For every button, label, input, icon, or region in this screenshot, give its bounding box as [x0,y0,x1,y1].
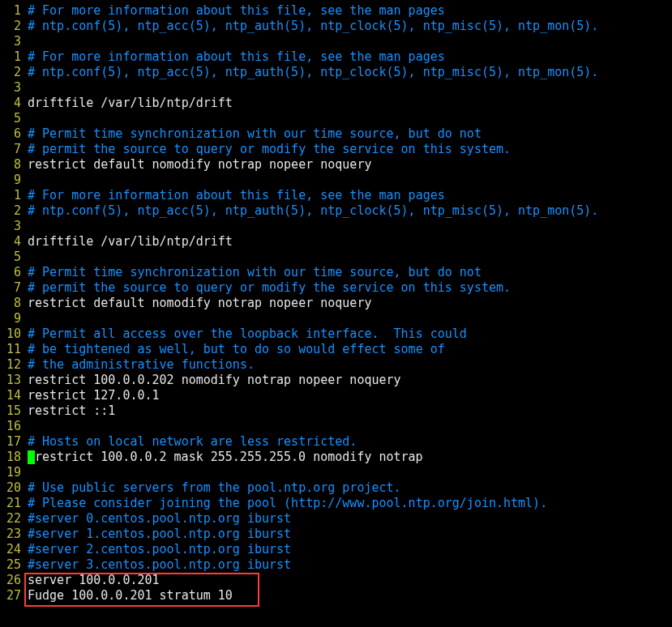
code-content[interactable] [28,250,672,265]
code-content[interactable] [28,311,672,326]
code-line[interactable]: 7# permit the source to query or modify … [0,280,672,296]
code-line[interactable]: 8restrict default nomodify notrap nopeer… [0,157,672,173]
code-line[interactable]: 5 [0,250,672,265]
line-number: 11 [0,342,23,357]
comment-text: # ntp.conf(5), ntp_acc(5), ntp_auth(5), … [28,203,598,218]
code-content[interactable]: # permit the source to query or modify t… [28,142,672,157]
code-content[interactable]: # the administrative functions. [28,357,672,373]
line-number: 5 [0,250,23,265]
code-line[interactable]: 22#server 0.centos.pool.ntp.org iburst [0,511,672,527]
code-line[interactable]: 1# For more information about this file,… [0,188,672,203]
code-content[interactable] [28,111,672,126]
line-number: 25 [0,557,23,573]
code-line[interactable]: 7# permit the source to query or modify … [0,142,672,157]
code-content[interactable]: #server 1.centos.pool.ntp.org iburst [28,527,672,542]
code-line[interactable]: 3 [0,219,672,234]
code-content[interactable]: # Please consider joining the pool (http… [28,496,672,511]
code-line[interactable]: 2# ntp.conf(5), ntp_acc(5), ntp_auth(5),… [0,65,672,80]
code-line[interactable]: 5 [0,111,672,126]
code-line[interactable]: 15restrict ::1 [0,403,672,419]
code-line[interactable]: 6# Permit time synchronization with our … [0,265,672,280]
code-line[interactable]: 9 [0,173,672,188]
code-content[interactable]: # For more information about this file, … [28,49,672,65]
code-line[interactable]: 23#server 1.centos.pool.ntp.org iburst [0,527,672,542]
code-content[interactable]: restrict ::1 [28,403,672,419]
code-line[interactable]: 2# ntp.conf(5), ntp_acc(5), ntp_auth(5),… [0,19,672,34]
code-line[interactable]: 16 [0,419,672,434]
comment-text: # For more information about this file, … [28,188,445,203]
line-number: 9 [0,173,23,188]
code-line[interactable]: 6# Permit time synchronization with our … [0,126,672,142]
code-content[interactable]: # permit the source to query or modify t… [28,280,672,296]
code-content[interactable]: restrict default nomodify notrap nopeer … [28,296,672,311]
code-content[interactable]: # ntp.conf(5), ntp_acc(5), ntp_auth(5), … [28,203,672,219]
code-content[interactable] [28,419,672,434]
code-content[interactable]: # Permit time synchronization with our t… [28,265,672,280]
code-line[interactable]: 9 [0,311,672,326]
code-content[interactable]: driftfile /var/lib/ntp/drift [28,96,672,111]
code-content[interactable] [28,219,672,234]
code-line[interactable]: 27Fudge 100.0.0.201 stratum 10 [0,588,672,604]
code-content[interactable]: restrict 100.0.0.202 nomodify notrap nop… [28,373,672,388]
code-content[interactable]: # For more information about this file, … [28,3,672,19]
code-content[interactable]: restrict 127.0.0.1 [28,388,672,403]
code-content[interactable]: # ntp.conf(5), ntp_acc(5), ntp_auth(5), … [28,19,672,34]
code-content[interactable]: server 100.0.0.201 [28,573,672,588]
code-content[interactable]: # Permit all access over the loopback in… [28,326,672,342]
code-content[interactable]: #server 3.centos.pool.ntp.org iburst [28,557,672,573]
line-number: 23 [0,527,23,542]
code-text: restrict 100.0.0.2 mask 255.255.255.0 no… [35,450,423,464]
code-content[interactable]: # be tightened as well, but to do so wou… [28,342,672,357]
code-text: server 100.0.0.201 [28,573,160,587]
code-content[interactable]: driftfile /var/lib/ntp/drift [28,234,672,250]
code-content[interactable]: # Use public servers from the pool.ntp.o… [28,480,672,496]
code-line[interactable]: 17# Hosts on local network are less rest… [0,434,672,450]
code-content[interactable]: #server 2.centos.pool.ntp.org iburst [28,542,672,557]
comment-text: # permit the source to query or modify t… [28,280,511,295]
code-line[interactable]: 3 [0,34,672,49]
code-line[interactable]: 21# Please consider joining the pool (ht… [0,496,672,511]
code-text: driftfile /var/lib/ntp/drift [28,96,233,110]
code-content[interactable]: restrict default nomodify notrap nopeer … [28,157,672,173]
code-line[interactable]: 4driftfile /var/lib/ntp/drift [0,234,672,250]
code-content[interactable]: Fudge 100.0.0.201 stratum 10 [28,588,672,604]
editor-viewport[interactable]: 1# For more information about this file,… [0,0,672,604]
code-line[interactable]: 18restrict 100.0.0.2 mask 255.255.255.0 … [0,450,672,465]
line-number: 1 [0,49,23,65]
code-line[interactable]: 12# the administrative functions. [0,357,672,373]
code-content[interactable]: #server 0.centos.pool.ntp.org iburst [28,511,672,527]
code-line[interactable]: 3 [0,80,672,96]
line-number: 2 [0,65,23,80]
code-content[interactable] [28,173,672,188]
code-content[interactable]: # ntp.conf(5), ntp_acc(5), ntp_auth(5), … [28,65,672,80]
code-line[interactable]: 10# Permit all access over the loopback … [0,326,672,342]
line-number: 27 [0,588,23,604]
code-line[interactable]: 1# For more information about this file,… [0,49,672,65]
code-content[interactable]: # Hosts on local network are less restri… [28,434,672,450]
code-line[interactable]: 25#server 3.centos.pool.ntp.org iburst [0,557,672,573]
comment-text: # Permit time synchronization with our t… [28,265,482,279]
line-number: 24 [0,542,23,557]
comment-text: # Permit time synchronization with our t… [28,126,482,141]
line-number: 2 [0,19,23,34]
code-line[interactable]: 2# ntp.conf(5), ntp_acc(5), ntp_auth(5),… [0,203,672,219]
line-number: 7 [0,280,23,296]
line-number: 3 [0,34,23,49]
code-line[interactable]: 11# be tightened as well, but to do so w… [0,342,672,357]
code-line[interactable]: 1# For more information about this file,… [0,3,672,19]
code-content[interactable]: # For more information about this file, … [28,188,672,203]
code-line[interactable]: 24#server 2.centos.pool.ntp.org iburst [0,542,672,557]
code-content[interactable] [28,34,672,49]
code-content[interactable] [28,80,672,96]
code-line[interactable]: 4driftfile /var/lib/ntp/drift [0,96,672,111]
code-content[interactable]: restrict 100.0.0.2 mask 255.255.255.0 no… [28,450,672,465]
code-line[interactable]: 20# Use public servers from the pool.ntp… [0,480,672,496]
code-content[interactable] [28,465,672,480]
code-line[interactable]: 8restrict default nomodify notrap nopeer… [0,296,672,311]
code-line[interactable]: 26server 100.0.0.201 [0,573,672,588]
code-line[interactable]: 14restrict 127.0.0.1 [0,388,672,403]
code-content[interactable]: # Permit time synchronization with our t… [28,126,672,142]
code-line[interactable]: 19 [0,465,672,480]
code-line[interactable]: 13restrict 100.0.0.202 nomodify notrap n… [0,373,672,388]
code-text: Fudge 100.0.0.201 stratum 10 [28,588,233,603]
